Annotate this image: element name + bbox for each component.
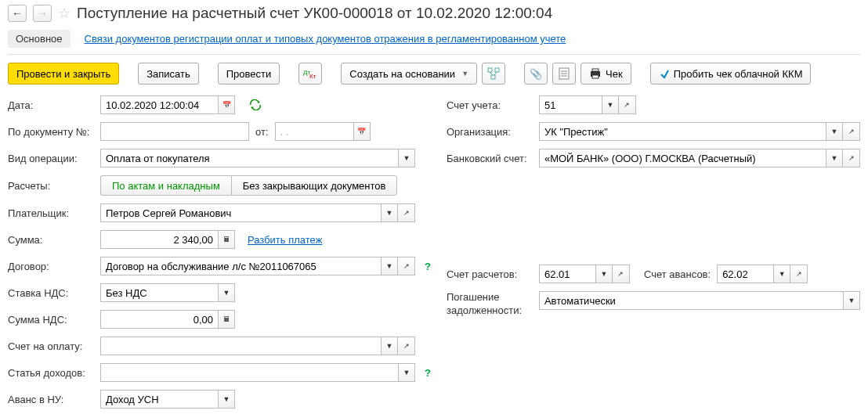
- star-icon[interactable]: ☆: [58, 5, 71, 22]
- vat-sum-input[interactable]: [100, 310, 218, 329]
- svg-line-6: [494, 72, 497, 75]
- help-income[interactable]: ?: [425, 367, 431, 379]
- notes-button[interactable]: [552, 63, 576, 85]
- date-input[interactable]: [100, 95, 218, 114]
- svg-rect-12: [592, 69, 599, 71]
- create-based-button[interactable]: Создать на основании▼: [341, 63, 477, 85]
- calendar-icon: 📅: [357, 128, 366, 135]
- calc-acc-dropdown[interactable]: ▼: [595, 265, 613, 283]
- post-and-close-button[interactable]: Провести и закрыть: [8, 63, 119, 85]
- doc-no-input[interactable]: [100, 122, 249, 141]
- split-payment-link[interactable]: Разбить платеж: [248, 234, 322, 246]
- tab-link-relations[interactable]: Связи документов регистрации оплат и тип…: [85, 33, 566, 45]
- org-open[interactable]: ↗: [843, 122, 860, 141]
- save-button[interactable]: Записать: [138, 63, 199, 85]
- vat-calc-button[interactable]: 🖩: [218, 310, 235, 329]
- op-type-input[interactable]: [100, 149, 398, 167]
- payer-open[interactable]: ↗: [398, 203, 415, 222]
- calc-button[interactable]: 🖩: [218, 230, 235, 249]
- svg-rect-4: [491, 75, 495, 79]
- back-button[interactable]: ←: [8, 5, 27, 22]
- contract-input[interactable]: [100, 257, 381, 275]
- calculator-icon: 🖩: [223, 315, 230, 323]
- account-input[interactable]: [539, 95, 602, 114]
- label-org: Организация:: [447, 126, 533, 138]
- doc-date-input[interactable]: [275, 122, 353, 141]
- contract-open[interactable]: ↗: [398, 257, 415, 275]
- sync-icon[interactable]: [249, 99, 262, 110]
- invoice-input[interactable]: [100, 337, 381, 355]
- open-icon: ↗: [796, 270, 802, 278]
- bank-acc-dropdown[interactable]: ▼: [826, 149, 843, 167]
- label-income-art: Статья доходов:: [8, 367, 94, 379]
- forward-button[interactable]: →: [33, 5, 52, 22]
- open-icon: ↗: [624, 101, 630, 109]
- label-contract: Договор:: [8, 261, 94, 272]
- attach-button[interactable]: 📎: [524, 63, 548, 85]
- seg-by-acts[interactable]: По актам и накладным: [100, 175, 231, 196]
- calendar-icon: 📅: [222, 101, 231, 109]
- printer-icon: [589, 68, 602, 79]
- svg-rect-13: [592, 75, 599, 78]
- label-calc-acc: Счет расчетов:: [447, 268, 533, 280]
- help-contract[interactable]: ?: [425, 261, 431, 272]
- advance-acc-input[interactable]: [717, 265, 773, 283]
- op-type-dropdown[interactable]: ▼: [398, 149, 415, 167]
- label-account: Счет учета:: [447, 99, 533, 111]
- advance-dropdown[interactable]: ▼: [218, 390, 235, 409]
- cloud-kkm-icon: [659, 68, 670, 79]
- org-input[interactable]: [539, 122, 826, 141]
- seg-no-docs[interactable]: Без закрывающих документов: [231, 175, 398, 196]
- payer-dropdown[interactable]: ▼: [381, 203, 398, 222]
- bank-acc-open[interactable]: ↗: [843, 149, 860, 167]
- account-dropdown[interactable]: ▼: [602, 95, 619, 114]
- invoice-dropdown[interactable]: ▼: [381, 337, 398, 355]
- calendar-button-2[interactable]: 📅: [353, 122, 371, 141]
- notes-icon: [559, 67, 570, 80]
- post-button[interactable]: Провести: [218, 63, 280, 85]
- calc-acc-open[interactable]: ↗: [613, 265, 630, 283]
- label-date: Дата:: [8, 99, 94, 111]
- invoice-open[interactable]: ↗: [398, 337, 415, 355]
- label-invoice: Счет на оплату:: [8, 340, 94, 352]
- income-art-input[interactable]: [100, 363, 398, 382]
- open-icon: ↗: [848, 128, 855, 135]
- payer-input[interactable]: [100, 203, 381, 222]
- debt-repay-dropdown[interactable]: ▼: [843, 291, 860, 310]
- label-advance: Аванс в НУ:: [8, 394, 94, 405]
- label-bank-acc: Банковский счет:: [447, 153, 533, 164]
- label-sum: Сумма:: [8, 234, 94, 246]
- label-calc: Расчеты:: [8, 180, 94, 192]
- open-icon: ↗: [403, 209, 410, 217]
- cloud-kkm-button[interactable]: Пробить чек облачной ККМ: [650, 63, 812, 85]
- org-dropdown[interactable]: ▼: [826, 122, 843, 141]
- svg-rect-2: [488, 68, 492, 72]
- structure-button[interactable]: [482, 63, 505, 85]
- advance-acc-dropdown[interactable]: ▼: [773, 265, 790, 283]
- svg-text:Кт: Кт: [309, 73, 316, 79]
- open-icon: ↗: [403, 342, 410, 350]
- bank-acc-input[interactable]: [539, 149, 826, 167]
- label-op-type: Вид операции:: [8, 153, 94, 164]
- contract-dropdown[interactable]: ▼: [381, 257, 398, 275]
- debt-repay-input[interactable]: [539, 291, 843, 310]
- dt-kt-icon: ДтКт: [303, 68, 317, 79]
- income-art-dropdown[interactable]: ▼: [398, 363, 415, 382]
- advance-input[interactable]: [100, 390, 218, 409]
- vat-rate-input[interactable]: [100, 283, 218, 302]
- calculator-icon: 🖩: [223, 236, 230, 243]
- chevron-down-icon: ▼: [461, 70, 468, 77]
- open-icon: ↗: [403, 262, 410, 270]
- label-from: от:: [255, 126, 269, 138]
- open-icon: ↗: [848, 154, 855, 162]
- vat-rate-dropdown[interactable]: ▼: [218, 283, 235, 302]
- sum-input[interactable]: [100, 230, 218, 249]
- account-open[interactable]: ↗: [619, 95, 636, 114]
- calc-acc-input[interactable]: [539, 265, 595, 283]
- dt-kt-button[interactable]: ДтКт: [298, 63, 322, 85]
- svg-line-5: [490, 72, 493, 75]
- calendar-button[interactable]: 📅: [218, 95, 235, 114]
- check-button[interactable]: Чек: [580, 63, 631, 85]
- tab-main[interactable]: Основное: [8, 30, 71, 48]
- advance-acc-open[interactable]: ↗: [790, 265, 808, 283]
